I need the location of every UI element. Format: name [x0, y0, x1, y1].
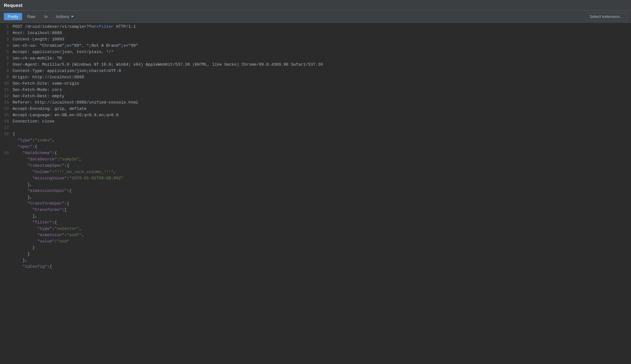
code-line: 8 Content-Type: application/json;charset… — [0, 68, 631, 75]
code-line: } — [0, 245, 631, 251]
line-number: 18 — [0, 132, 13, 136]
code-line: 16 Connection: close — [0, 119, 631, 125]
code-line: }, — [0, 194, 631, 201]
line-content: "filter":{ — [13, 220, 631, 225]
code-line: }, — [0, 258, 631, 264]
line-number: 4 — [0, 43, 13, 48]
line-number: 14 — [0, 106, 13, 111]
code-line: 17 — [0, 125, 631, 131]
line-content: "dimensionsSpec":{ — [13, 188, 631, 193]
code-line: ], — [0, 213, 631, 220]
line-content: "dataSchema":{ — [13, 151, 631, 155]
code-line: "type":"selector", — [0, 226, 631, 232]
line-content: ], — [13, 214, 631, 218]
line-content: Accept-Language: en-GB,en-US;q=0.9,en;q=… — [13, 113, 631, 117]
code-line: 4 sec-ch-ua: "Chromium";v="89", ";Not A … — [0, 43, 631, 49]
line-content: Content-Type: application/json;charset=U… — [13, 69, 631, 73]
line-content: } — [13, 252, 631, 256]
toolbar: Pretty Raw \n Actions Select extension..… — [0, 11, 631, 23]
code-line: 1 POST /druid/indexer/v1/sampler?for=fil… — [0, 24, 631, 30]
line-number: 12 — [0, 94, 13, 98]
code-line: "dataSource":"sample", — [0, 157, 631, 163]
line-content: User-Agent: Mozilla/5.0 (Windows NT 10.0… — [13, 62, 631, 67]
line-number: 5 — [0, 50, 13, 54]
line-number: 7 — [0, 62, 13, 67]
code-line: "timestampSpec":{ — [0, 163, 631, 169]
code-line: 11 Sec-Fetch-Mode: cors — [0, 87, 631, 93]
line-number: 6 — [0, 56, 13, 61]
code-line: 19 "dataSchema":{ — [0, 150, 631, 157]
code-line: "transformSpec":{ — [0, 201, 631, 207]
line-content: }, — [13, 258, 631, 263]
line-content: "transforms":[ — [13, 207, 631, 212]
line-content: Sec-Fetch-Site: same-origin — [13, 81, 631, 86]
line-content: }, — [13, 182, 631, 187]
line-number: 17 — [0, 125, 13, 130]
line-content: "spec":{ — [13, 144, 631, 149]
line-content: Host: localhost:8888 — [13, 31, 631, 35]
line-content: "column":"!!!_no_such_column_!!!", — [13, 170, 631, 174]
code-line: "ioConfig":{ — [0, 264, 631, 270]
code-line: "value":"asd" — [0, 239, 631, 245]
line-content: } — [13, 245, 631, 250]
line-number: 8 — [0, 69, 13, 73]
line-number: 10 — [0, 81, 13, 86]
tab-newline[interactable]: \n — [40, 13, 51, 20]
code-line: "column":"!!!_no_such_column_!!!", — [0, 169, 631, 176]
code-line: 10 Sec-Fetch-Site: same-origin — [0, 81, 631, 87]
panel-title: Request — [4, 3, 22, 8]
line-content: Sec-Fetch-Mode: cors — [13, 87, 631, 92]
panel: Request Pretty Raw \n Actions Select ext… — [0, 0, 631, 272]
code-line: 6 sec-ch-ua-mobile: ?0 — [0, 56, 631, 62]
line-content: Sec-Fetch-Dest: empty — [13, 94, 631, 98]
actions-label: Actions — [56, 14, 69, 19]
line-number: 13 — [0, 100, 13, 105]
line-content: sec-ch-ua-mobile: ?0 — [13, 56, 631, 61]
panel-header: Request — [0, 0, 631, 11]
line-content: "timestampSpec":{ — [13, 163, 631, 168]
line-content: "type":"index", — [13, 138, 631, 143]
line-number: 1 — [0, 24, 13, 29]
code-line: 13 Referer: http://localhost:8888/unifie… — [0, 100, 631, 106]
code-line: "filter":{ — [0, 220, 631, 226]
code-line: 15 Accept-Language: en-GB,en-US;q=0.9,en… — [0, 112, 631, 119]
line-number: 19 — [0, 151, 13, 155]
line-number: 16 — [0, 119, 13, 124]
line-content: "type":"selector", — [13, 226, 631, 231]
code-line: }, — [0, 182, 631, 188]
actions-button[interactable]: Actions — [53, 13, 77, 20]
code-line: 3 Content-Length: 10093 — [0, 37, 631, 43]
line-content: Accept-Encoding: gzip, deflate — [13, 106, 631, 111]
code-line: "dimensionsSpec":{ — [0, 188, 631, 194]
line-content: Content-Length: 10093 — [13, 37, 631, 42]
line-content: "dataSource":"sample", — [13, 157, 631, 162]
line-content: "ioConfig":{ — [13, 264, 631, 269]
code-line: 5 Accept: application/json, text/plain, … — [0, 49, 631, 56]
chevron-down-icon — [71, 16, 74, 17]
code-area: 1 POST /druid/indexer/v1/sampler?for=fil… — [0, 23, 631, 272]
code-line: "dimension":"asdf", — [0, 232, 631, 239]
line-content: Origin: http://localhost:8888 — [13, 75, 631, 80]
line-content: sec-ch-ua: "Chromium";v="89", ";Not A Br… — [13, 43, 631, 48]
tab-pretty[interactable]: Pretty — [4, 13, 22, 20]
code-line: 9 Origin: http://localhost:8888 — [0, 75, 631, 81]
toolbar-right: Select extension... — [586, 13, 627, 21]
line-content: POST /druid/indexer/v1/sampler?for=filte… — [13, 24, 631, 29]
tab-raw[interactable]: Raw — [23, 13, 39, 20]
line-content: Accept: application/json, text/plain, */… — [13, 50, 631, 54]
code-line: } — [0, 251, 631, 258]
line-number: 15 — [0, 113, 13, 117]
line-content: }, — [13, 195, 631, 200]
line-number: 2 — [0, 31, 13, 35]
toolbar-left: Pretty Raw \n Actions — [4, 13, 77, 20]
line-content: Referer: http://localhost:8888/unified-c… — [13, 100, 631, 105]
code-line: 14 Accept-Encoding: gzip, deflate — [0, 106, 631, 112]
line-number: 3 — [0, 37, 13, 42]
select-extension-button[interactable]: Select extension... — [586, 13, 627, 21]
code-line: "spec":{ — [0, 144, 631, 150]
code-line: 12 Sec-Fetch-Dest: empty — [0, 93, 631, 100]
line-content — [13, 125, 631, 130]
line-content: "missingValue":"1970-01-01T00:00:00Z" — [13, 176, 631, 181]
code-line: 18 { — [0, 131, 631, 138]
line-content: Connection: close — [13, 119, 631, 124]
